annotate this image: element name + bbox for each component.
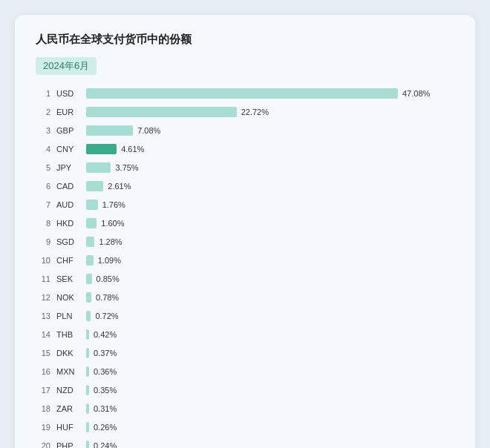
currency-code: CNY	[56, 145, 82, 154]
chart-row: 11SEK0.85%	[36, 271, 454, 287]
bar-container: 0.72%	[86, 311, 454, 321]
chart-row: 6CAD2.61%	[36, 178, 454, 194]
bar	[86, 348, 89, 358]
bar-value-label: 47.08%	[402, 89, 430, 98]
bar-value-label: 0.72%	[95, 312, 118, 320]
currency-code: NZD	[56, 386, 82, 395]
bar-container: 0.26%	[86, 422, 454, 432]
bar-container: 0.24%	[86, 441, 454, 448]
rank-number: 10	[36, 256, 50, 265]
period-label: 2024年6月	[36, 57, 97, 75]
chart-row: 8HKD1.60%	[36, 215, 454, 231]
bar	[86, 311, 91, 321]
bar-container: 0.35%	[86, 385, 454, 395]
bar-container: 1.60%	[86, 218, 454, 228]
bar-container: 0.78%	[86, 292, 454, 303]
bar	[86, 385, 89, 395]
rank-number: 4	[36, 145, 50, 154]
rank-number: 16	[36, 367, 50, 376]
bar-value-label: 0.85%	[97, 274, 120, 283]
bar-container: 7.08%	[86, 125, 454, 136]
bar-container: 0.37%	[86, 348, 454, 358]
rank-number: 8	[36, 219, 50, 228]
chart-row: 18ZAR0.31%	[36, 401, 454, 417]
currency-code: PHP	[56, 441, 82, 448]
currency-code: JPY	[56, 163, 82, 172]
bar-container: 0.42%	[86, 329, 454, 340]
bar-value-label: 22.72%	[241, 108, 269, 116]
bar-container: 0.36%	[86, 366, 454, 377]
chart-row: 12NOK0.78%	[36, 289, 454, 306]
chart-row: 1USD47.08%	[36, 85, 454, 102]
currency-code: HUF	[56, 423, 82, 432]
currency-code: CHF	[56, 256, 82, 265]
bar-container: 0.31%	[86, 403, 454, 414]
rank-number: 5	[36, 163, 50, 172]
currency-code: HKD	[56, 219, 82, 228]
chart-row: 9SGD1.28%	[36, 234, 454, 250]
currency-code: THB	[56, 330, 82, 339]
rank-number: 3	[36, 126, 50, 135]
rank-number: 20	[36, 441, 50, 448]
bar-value-label: 4.61%	[121, 145, 144, 154]
bar-value-label: 0.24%	[94, 441, 117, 448]
bar	[86, 88, 398, 99]
bar-container: 1.09%	[86, 255, 454, 266]
rank-number: 1	[36, 89, 50, 98]
rank-number: 7	[36, 200, 50, 209]
currency-code: SEK	[56, 274, 82, 283]
bar-value-label: 1.28%	[99, 237, 122, 246]
bar	[86, 255, 94, 266]
chart-card: 人民币在全球支付货币中的份额 2024年6月 1USD47.08%2EUR22.…	[15, 15, 475, 448]
currency-code: ZAR	[56, 404, 82, 413]
bar	[86, 441, 89, 448]
bar	[86, 274, 92, 284]
chart-row: 16MXN0.36%	[36, 363, 454, 380]
bar-value-label: 1.60%	[101, 219, 124, 228]
bar	[86, 125, 133, 136]
rank-number: 14	[36, 330, 50, 339]
currency-code: CAD	[56, 182, 82, 191]
bar-value-label: 2.61%	[108, 182, 131, 191]
currency-code: AUD	[56, 200, 82, 209]
currency-code: DKK	[56, 349, 82, 358]
bar-value-label: 0.26%	[94, 423, 117, 432]
chart-row: 5JPY3.75%	[36, 159, 454, 176]
bar-value-label: 1.76%	[102, 200, 125, 209]
rank-number: 19	[36, 423, 50, 432]
chart-row: 4CNY4.61%	[36, 141, 454, 157]
chart-row: 15DKK0.37%	[36, 345, 454, 361]
bar-container: 3.75%	[86, 162, 454, 173]
rank-number: 2	[36, 108, 50, 116]
rank-number: 15	[36, 349, 50, 358]
currency-code: PLN	[56, 312, 82, 320]
bar	[86, 218, 97, 228]
rank-number: 17	[36, 386, 50, 395]
bar	[86, 366, 89, 377]
bar-container: 0.85%	[86, 274, 454, 284]
bar	[86, 144, 117, 154]
rank-number: 6	[36, 182, 50, 191]
bar-value-label: 0.36%	[94, 367, 117, 376]
rank-number: 12	[36, 293, 50, 302]
chart-row: 10CHF1.09%	[36, 252, 454, 269]
bar-value-label: 0.31%	[94, 404, 117, 413]
currency-code: EUR	[56, 108, 82, 116]
chart-row: 7AUD1.76%	[36, 197, 454, 213]
currency-code: GBP	[56, 126, 82, 135]
rank-number: 9	[36, 237, 50, 246]
currency-code: NOK	[56, 293, 82, 302]
bar	[86, 292, 91, 303]
bar-container: 4.61%	[86, 144, 454, 154]
rank-number: 11	[36, 274, 50, 283]
currency-code: SGD	[56, 237, 82, 246]
bar-container: 22.72%	[86, 107, 454, 117]
rank-number: 18	[36, 404, 50, 413]
bar-value-label: 0.78%	[96, 293, 119, 302]
bar	[86, 200, 98, 210]
chart-row: 3GBP7.08%	[36, 122, 454, 139]
bar-container: 1.76%	[86, 200, 454, 210]
bar-value-label: 1.09%	[98, 256, 121, 265]
bar-container: 1.28%	[86, 237, 454, 247]
bar-value-label: 0.37%	[94, 349, 117, 358]
